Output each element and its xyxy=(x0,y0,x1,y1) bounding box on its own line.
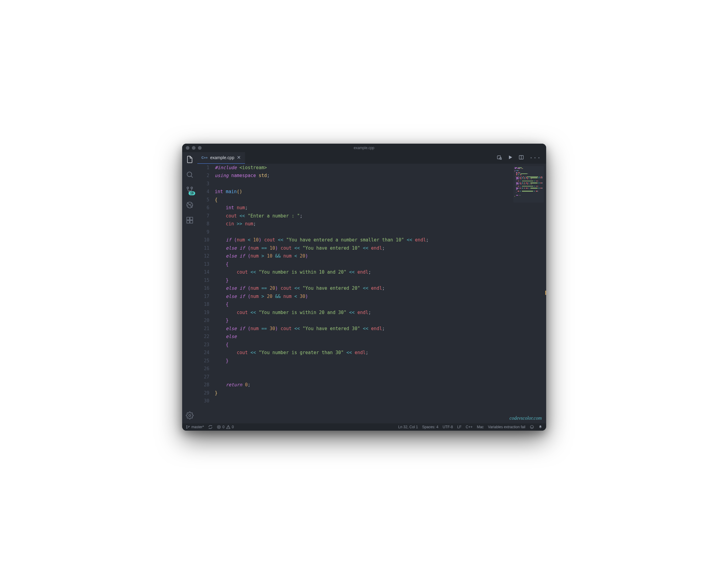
search-icon[interactable] xyxy=(185,170,194,179)
source-control-icon[interactable]: 19 xyxy=(185,186,194,194)
tab-example-cpp[interactable]: C++ example.cpp ✕ xyxy=(197,152,245,164)
code-line[interactable]: else xyxy=(215,333,433,341)
find-toggle-icon[interactable] xyxy=(497,155,502,161)
more-actions-icon[interactable]: ··· xyxy=(529,155,541,161)
close-window-dot[interactable] xyxy=(186,146,189,150)
line-number: 16 xyxy=(197,284,215,292)
run-icon[interactable] xyxy=(508,155,513,161)
status-encoding[interactable]: UTF-8 xyxy=(443,425,453,429)
code-line[interactable]: int num; xyxy=(215,204,433,212)
line-number: 22 xyxy=(197,333,215,341)
code-line[interactable] xyxy=(215,228,433,236)
explorer-icon[interactable] xyxy=(185,155,194,164)
code-line[interactable]: } xyxy=(215,317,433,325)
line-number: 3 xyxy=(197,180,215,188)
code-line[interactable]: cout << "Enter a number : "; xyxy=(215,212,433,220)
line-number: 17 xyxy=(197,292,215,301)
code-line[interactable]: if (num < 10) cout << "You have entered … xyxy=(215,236,433,244)
svg-rect-10 xyxy=(497,156,501,159)
code-line[interactable] xyxy=(215,373,433,381)
settings-gear-icon[interactable] xyxy=(185,411,194,420)
code-line[interactable]: else if (num == 20) cout << "You have en… xyxy=(215,284,433,292)
status-cursor[interactable]: Ln 32, Col 1 xyxy=(398,425,418,429)
line-number: 11 xyxy=(197,244,215,252)
code-line[interactable]: return 0; xyxy=(215,381,433,389)
status-sync-icon[interactable] xyxy=(208,425,213,429)
line-number: 25 xyxy=(197,357,215,365)
svg-point-9 xyxy=(188,414,191,416)
code-table: 1#include <iostream>2using namespace std… xyxy=(197,164,433,405)
line-number: 29 xyxy=(197,389,215,397)
code-line[interactable]: cin >> num; xyxy=(215,220,433,228)
code-line[interactable]: cout << "You number is within 10 and 20"… xyxy=(215,268,433,276)
code-line[interactable] xyxy=(215,180,433,188)
svg-point-0 xyxy=(187,172,191,176)
code-line[interactable]: else if (num == 10) cout << "You have en… xyxy=(215,244,433,252)
code-line[interactable]: else if (num > 20 && num < 30) xyxy=(215,292,433,301)
zoom-window-dot[interactable] xyxy=(198,146,202,150)
line-number: 12 xyxy=(197,252,215,260)
code-line[interactable]: { xyxy=(215,196,433,204)
svg-point-17 xyxy=(530,425,533,428)
status-branch[interactable]: master* xyxy=(186,425,204,429)
split-editor-icon[interactable] xyxy=(518,155,524,161)
code-line[interactable]: else if (num > 10 && num < 20) xyxy=(215,252,433,260)
body: 19 C++ example.cpp ✕ xyxy=(182,152,546,423)
status-eol[interactable]: LF xyxy=(457,425,462,429)
code-line[interactable] xyxy=(215,365,433,373)
svg-rect-7 xyxy=(190,220,193,223)
code-line[interactable]: } xyxy=(215,389,433,397)
code-line[interactable]: } xyxy=(215,276,433,285)
extensions-icon[interactable] xyxy=(185,216,194,224)
debug-icon[interactable] xyxy=(185,201,194,209)
code-line[interactable]: else if (num == 30) cout << "You have en… xyxy=(215,325,433,333)
scroll-marker xyxy=(545,291,546,295)
line-number: 19 xyxy=(197,309,215,317)
svg-point-1 xyxy=(187,187,188,188)
line-number: 10 xyxy=(197,236,215,244)
tab-filename: example.cpp xyxy=(210,155,234,160)
code-line[interactable]: #include <iostream> xyxy=(215,164,433,172)
line-number: 18 xyxy=(197,300,215,309)
tab-close-icon[interactable]: ✕ xyxy=(237,155,241,160)
code-line[interactable]: cout << "You number is within 20 and 30"… xyxy=(215,309,433,317)
status-language[interactable]: C++ xyxy=(466,425,473,429)
code-line[interactable]: { xyxy=(215,260,433,269)
code-line[interactable]: { xyxy=(215,300,433,309)
activity-bar: 19 xyxy=(182,152,197,423)
code-line[interactable]: { xyxy=(215,341,433,349)
traffic-lights xyxy=(186,146,202,150)
code-line[interactable]: int main() xyxy=(215,188,433,196)
line-number: 15 xyxy=(197,276,215,285)
line-number: 26 xyxy=(197,365,215,373)
code-line[interactable]: } xyxy=(215,357,433,365)
svg-point-14 xyxy=(186,427,187,428)
svg-point-13 xyxy=(186,425,187,426)
line-number: 13 xyxy=(197,260,215,269)
line-number: 21 xyxy=(197,325,215,333)
code-line[interactable] xyxy=(215,397,433,405)
titlebar: example.cpp xyxy=(182,144,546,152)
editor-actions: ··· xyxy=(492,152,546,164)
line-number: 7 xyxy=(197,212,215,220)
status-bell-icon[interactable] xyxy=(538,425,543,429)
status-os[interactable]: Mac xyxy=(477,425,484,429)
minimap[interactable] xyxy=(513,166,544,203)
tab-bar: C++ example.cpp ✕ ··· xyxy=(197,152,546,164)
line-number: 9 xyxy=(197,228,215,236)
line-number: 28 xyxy=(197,381,215,389)
code-editor[interactable]: 1#include <iostream>2using namespace std… xyxy=(197,164,546,423)
status-message[interactable]: Variables extraction fail xyxy=(488,425,525,429)
line-number: 27 xyxy=(197,373,215,381)
code-line[interactable]: cout << "You number is greater than 30" … xyxy=(215,348,433,357)
status-feedback-icon[interactable] xyxy=(530,425,534,429)
line-number: 4 xyxy=(197,188,215,196)
line-number: 8 xyxy=(197,220,215,228)
status-indent[interactable]: Spaces: 4 xyxy=(422,425,438,429)
code-line[interactable]: using namespace std; xyxy=(215,172,433,180)
line-number: 5 xyxy=(197,196,215,204)
minimize-window-dot[interactable] xyxy=(192,146,196,150)
scm-badge: 19 xyxy=(188,191,195,195)
status-problems[interactable]: 0 0 xyxy=(217,425,234,429)
line-number: 6 xyxy=(197,204,215,212)
